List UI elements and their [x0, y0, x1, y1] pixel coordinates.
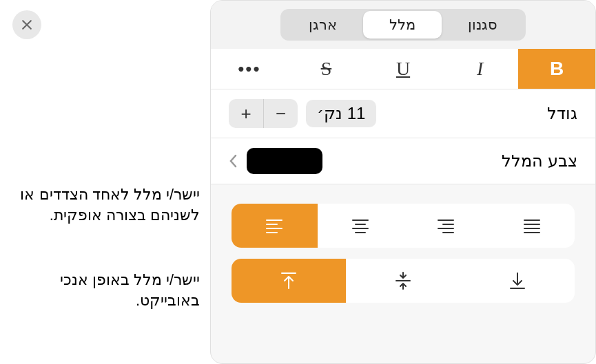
tab-arrange[interactable]: ארגן	[282, 11, 363, 39]
bold-button[interactable]: B	[518, 49, 595, 89]
more-options-button[interactable]: •••	[211, 49, 288, 89]
format-panel: סגנון מלל ארגן B I U S ••• גודל 11 נק	[210, 0, 596, 364]
horizontal-align-row	[232, 204, 575, 248]
align-center-button[interactable]	[318, 204, 404, 248]
tab-style[interactable]: סגנון	[442, 11, 524, 39]
align-justify-icon	[522, 216, 542, 235]
valign-bottom-icon	[508, 271, 527, 290]
align-right-button[interactable]	[403, 204, 489, 248]
valign-middle-icon	[393, 271, 413, 290]
size-stepper: − +	[229, 99, 298, 128]
panel-header: סגנון מלל ארגן	[211, 1, 595, 49]
callout-vertical-align: יישר/י מלל באופן אנכי באובייקט.	[7, 270, 200, 310]
format-tabs: סגנון מלל ארגן	[280, 9, 526, 41]
text-style-row: B I U S •••	[211, 49, 595, 89]
align-left-icon	[265, 216, 284, 235]
size-value[interactable]: 11 נק׳	[306, 100, 376, 127]
font-size-row: גודל 11 נק׳ − +	[211, 89, 595, 138]
color-swatch[interactable]	[247, 148, 322, 174]
size-decrease-button[interactable]: −	[263, 99, 298, 128]
align-center-icon	[351, 216, 370, 235]
size-increase-button[interactable]: +	[229, 99, 263, 128]
color-label: צבע המלל	[502, 151, 577, 171]
valign-top-icon	[279, 271, 298, 290]
valign-middle-button[interactable]	[346, 259, 460, 303]
italic-button[interactable]: I	[442, 49, 519, 89]
tab-text[interactable]: מלל	[363, 11, 442, 39]
alignment-section	[211, 184, 595, 315]
size-label: גודל	[547, 104, 577, 123]
align-right-icon	[436, 216, 455, 235]
chevron-left-icon	[229, 153, 238, 169]
vertical-align-row	[232, 259, 575, 303]
strikethrough-button[interactable]: S	[288, 49, 365, 89]
align-left-button[interactable]	[232, 204, 318, 248]
panel-content: B I U S ••• גודל 11 נק׳ − + צבע המל	[211, 49, 595, 363]
align-justify-button[interactable]	[489, 204, 575, 248]
valign-bottom-button[interactable]	[460, 259, 575, 303]
callout-horizontal-align: יישר/י מלל לאחד הצדדים או לשניהם בצורה א…	[7, 184, 200, 225]
valign-top-button[interactable]	[232, 259, 346, 303]
underline-button[interactable]: U	[364, 49, 442, 89]
text-color-row[interactable]: צבע המלל	[211, 138, 595, 184]
